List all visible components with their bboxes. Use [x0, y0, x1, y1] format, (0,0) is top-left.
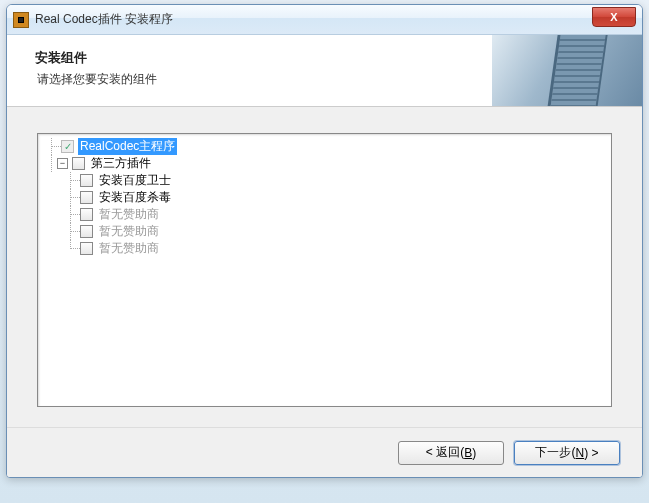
installer-window: Real Codec插件 安装程序 X 安装组件 请选择您要安装的组件 ✓ Re… [6, 4, 643, 478]
node-label-child-1[interactable]: 安装百度杀毒 [97, 189, 173, 206]
checkbox-thirdparty[interactable] [72, 157, 85, 170]
component-tree[interactable]: ✓ RealCodec主程序 − 第三方插件 安装百度卫士 [37, 133, 612, 407]
node-label-child-3[interactable]: 暂无赞助商 [97, 223, 161, 240]
next-button[interactable]: 下一步(N) > [514, 441, 620, 465]
wizard-header: 安装组件 请选择您要安装的组件 [7, 35, 642, 107]
checkbox-child-4[interactable] [80, 242, 93, 255]
node-label-child-0[interactable]: 安装百度卫士 [97, 172, 173, 189]
close-icon: X [610, 11, 617, 23]
app-icon [13, 12, 29, 28]
titlebar[interactable]: Real Codec插件 安装程序 X [7, 5, 642, 35]
wizard-footer: < 返回(B) 下一步(N) > [7, 427, 642, 477]
checkbox-child-3[interactable] [80, 225, 93, 238]
checkbox-child-2[interactable] [80, 208, 93, 221]
wizard-body: ✓ RealCodec主程序 − 第三方插件 安装百度卫士 [7, 107, 642, 427]
checkbox-child-1[interactable] [80, 191, 93, 204]
checkbox-child-0[interactable] [80, 174, 93, 187]
tree-node-child[interactable]: 暂无赞助商 [42, 223, 607, 240]
node-label-realcodec[interactable]: RealCodec主程序 [78, 138, 177, 155]
back-button[interactable]: < 返回(B) [398, 441, 504, 465]
building-graphic [545, 35, 609, 107]
tree-node-root[interactable]: ✓ RealCodec主程序 [42, 138, 607, 155]
node-label-thirdparty[interactable]: 第三方插件 [89, 155, 153, 172]
tree-node-child[interactable]: 安装百度卫士 [42, 172, 607, 189]
checkbox-realcodec: ✓ [61, 140, 74, 153]
tree-node-group[interactable]: − 第三方插件 [42, 155, 607, 172]
tree-node-child[interactable]: 暂无赞助商 [42, 240, 607, 257]
tree-node-child[interactable]: 暂无赞助商 [42, 206, 607, 223]
header-banner-image [492, 35, 642, 107]
close-button[interactable]: X [592, 7, 636, 27]
tree-node-child[interactable]: 安装百度杀毒 [42, 189, 607, 206]
expander-thirdparty[interactable]: − [57, 158, 68, 169]
window-title: Real Codec插件 安装程序 [35, 11, 173, 28]
node-label-child-2[interactable]: 暂无赞助商 [97, 206, 161, 223]
node-label-child-4[interactable]: 暂无赞助商 [97, 240, 161, 257]
